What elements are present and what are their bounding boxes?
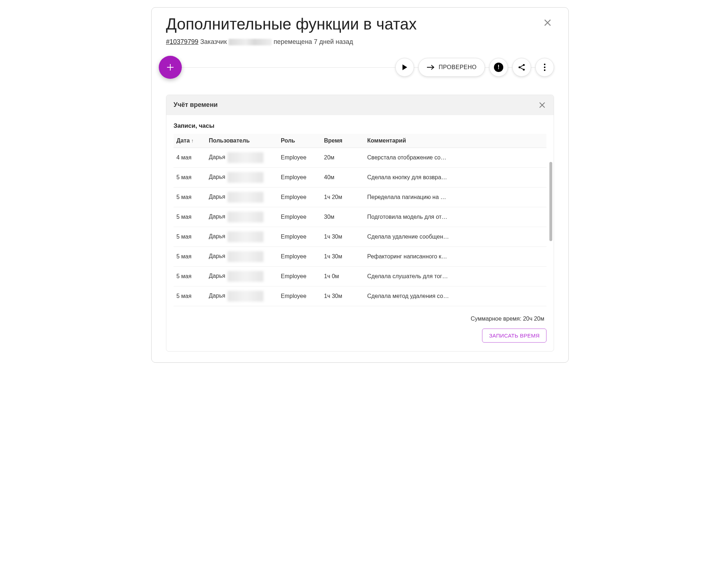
user-surname-redacted [228,212,264,222]
arrow-right-icon [427,64,435,70]
svg-line-9 [520,65,523,67]
cell-user: Дарья [206,227,278,246]
cell-date: 5 мая [174,266,206,286]
col-time[interactable]: Время [321,134,364,148]
play-icon [402,64,408,71]
more-vertical-icon [544,63,546,71]
scrollbar-thumb[interactable] [549,162,552,241]
table-row[interactable]: 5 маяДарья Employee1ч 30мРефакторинг нап… [174,246,546,266]
user-surname-redacted [228,172,264,183]
cell-role: Employee [278,266,321,286]
cell-user: Дарья [206,246,278,266]
moved-text: перемещена 7 дней назад [274,38,353,45]
panel-header: Учёт времени [166,95,554,115]
cell-date: 5 мая [174,207,206,227]
table-row[interactable]: 4 маяДарья Employee20мСверстала отображе… [174,148,546,167]
table-row[interactable]: 5 маяДарья Employee40мСделала кнопку для… [174,167,546,187]
cell-date: 5 мая [174,167,206,187]
more-button[interactable] [535,58,554,77]
summary-value: 20ч 20м [523,316,544,322]
table-row[interactable]: 5 маяДарья Employee1ч 0мСделала слушател… [174,266,546,286]
cell-time: 1ч 30м [321,286,364,306]
close-button[interactable] [541,16,554,29]
cell-time: 20м [321,148,364,167]
cell-comment: Сделала кнопку для возвра… [364,167,546,187]
cell-comment: Сверстала отображение со… [364,148,546,167]
share-button[interactable] [512,58,531,77]
col-user[interactable]: Пользователь [206,134,278,148]
cell-role: Employee [278,286,321,306]
summary-row: Суммарное время: 20ч 20м [174,316,546,322]
table-row[interactable]: 5 маяДарья Employee1ч 20мПеределала паги… [174,187,546,207]
cell-comment: Сделала удаление сообщен… [364,227,546,246]
cell-date: 5 мая [174,227,206,246]
cell-time: 1ч 30м [321,227,364,246]
close-icon [539,102,545,108]
panel-close-button[interactable] [538,101,546,109]
cell-date: 5 мая [174,187,206,207]
panel-body: Записи, часы Дата↑ Пользователь Роль Вре… [166,115,554,351]
cell-user: Дарья [206,167,278,187]
cell-user: Дарья [206,187,278,207]
customer-name-redacted [229,39,272,45]
svg-point-13 [544,69,545,71]
panel-title: Учёт времени [174,101,218,109]
warning-icon: ! [494,63,503,72]
cell-comment: Подготовила модель для от… [364,207,546,227]
cell-comment: Рефакторинг написанного к… [364,246,546,266]
toolbar: ПРОВЕРЕНО ! [166,56,554,79]
svg-marker-4 [402,64,407,70]
section-label: Записи, часы [174,122,546,130]
cell-time: 40м [321,167,364,187]
col-date[interactable]: Дата↑ [174,134,206,148]
checked-button[interactable]: ПРОВЕРЕНО [418,58,485,77]
ticket-id-link[interactable]: #10379799 [166,38,198,45]
time-tracking-panel: Учёт времени Записи, часы Дата↑ Пользова… [166,95,554,352]
user-surname-redacted [228,251,264,262]
user-surname-redacted [228,192,264,203]
cell-date: 4 мая [174,148,206,167]
checked-label: ПРОВЕРЕНО [439,64,477,71]
task-subline: #10379799 Заказчик перемещена 7 дней наз… [166,38,554,46]
play-button[interactable] [395,58,414,77]
sort-ascending-icon: ↑ [191,138,194,144]
plus-icon [166,63,174,71]
user-surname-redacted [228,152,264,163]
table-row[interactable]: 5 маяДарья Employee30мПодготовила модель… [174,207,546,227]
cell-user: Дарья [206,207,278,227]
customer-label: Заказчик [200,38,227,45]
page-title: Дополнительные функции в чатах [166,15,417,34]
cell-user: Дарья [206,148,278,167]
cell-comment: Сделала метод удаления со… [364,286,546,306]
cell-role: Employee [278,227,321,246]
col-comment[interactable]: Комментарий [364,134,546,148]
cell-comment: Сделала слушатель для тог… [364,266,546,286]
cell-user: Дарья [206,266,278,286]
user-surname-redacted [228,231,264,242]
cell-role: Employee [278,148,321,167]
close-icon [544,19,551,26]
table-row[interactable]: 5 маяДарья Employee1ч 30мСделала удалени… [174,227,546,246]
user-surname-redacted [228,271,264,282]
record-time-button[interactable]: ЗАПИСАТЬ ВРЕМЯ [482,329,546,343]
warning-button[interactable]: ! [489,58,508,77]
table-row[interactable]: 5 маяДарья Employee1ч 30мСделала метод у… [174,286,546,306]
cell-role: Employee [278,167,321,187]
svg-point-11 [544,64,545,65]
add-button[interactable] [159,56,182,79]
cell-role: Employee [278,246,321,266]
svg-line-10 [520,68,523,69]
task-window: Дополнительные функции в чатах #10379799… [151,7,569,363]
cell-date: 5 мая [174,286,206,306]
cell-comment: Переделала пагинацию на … [364,187,546,207]
svg-point-12 [544,67,545,68]
cell-role: Employee [278,207,321,227]
time-entries-table: Дата↑ Пользователь Роль Время Комментари… [174,134,546,306]
cell-date: 5 мая [174,246,206,266]
cell-role: Employee [278,187,321,207]
user-surname-redacted [228,291,264,302]
cell-time: 1ч 20м [321,187,364,207]
share-icon [518,63,526,71]
col-role[interactable]: Роль [278,134,321,148]
cell-time: 1ч 30м [321,246,364,266]
